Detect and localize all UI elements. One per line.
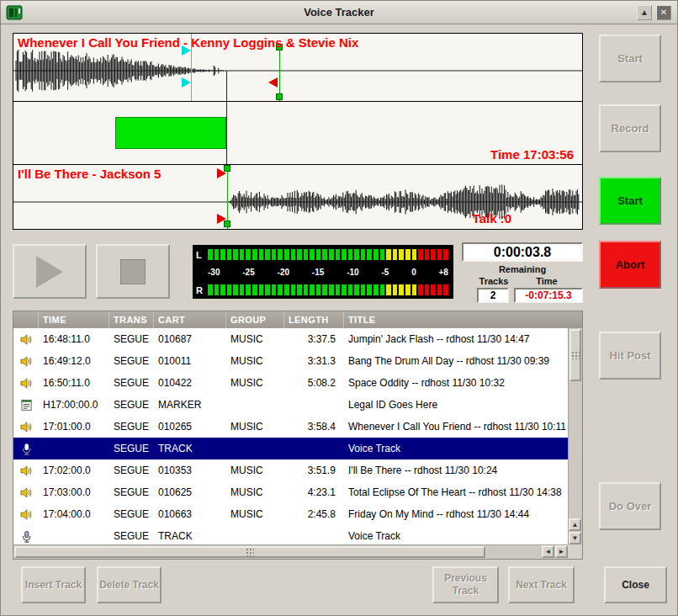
mic-icon — [13, 443, 39, 455]
table-row[interactable]: 17:01:00.0SEGUE010265MUSIC3:58.4Whenever… — [13, 416, 568, 438]
talk-time-label: Talk :0 — [473, 211, 511, 226]
fade-marker-icon[interactable] — [268, 77, 278, 88]
voicetrack-region[interactable] — [115, 117, 226, 149]
stop-icon — [120, 259, 146, 284]
header-title[interactable]: TITLE — [344, 311, 582, 328]
header-group[interactable]: GROUP — [226, 311, 284, 328]
table-row[interactable]: 16:49:12.0SEGUE010011MUSIC3:31.3Bang The… — [13, 350, 568, 372]
hit-post-button[interactable]: Hit Post — [599, 332, 661, 380]
cell-time: 17:03:00.0 — [39, 486, 109, 498]
cell-title: Bang The Drum All Day -- rdhost 11/30 09… — [344, 355, 568, 367]
cell-length: 3:51.9 — [284, 465, 344, 476]
speaker-icon — [13, 421, 39, 433]
cell-group: MUSIC — [226, 508, 284, 520]
delete-track-button[interactable]: Delete Track — [97, 566, 162, 603]
cell-title: I'll Be There -- rdhost 11/30 10:24 — [344, 465, 568, 476]
track1-waveform-lane[interactable]: Whenever I Call You Friend - Kenny Loggi… — [13, 34, 582, 102]
marker-handle-icon[interactable] — [276, 93, 283, 100]
cell-title: Total Eclipse Of The Heart -- rdhost 11/… — [344, 486, 568, 498]
stop-button[interactable] — [96, 244, 170, 299]
table-row[interactable]: 17:03:00.0SEGUE010625MUSIC4:23.1Total Ec… — [13, 481, 568, 503]
cell-title: Space Oddity -- rdhost 11/30 10:32 — [344, 377, 568, 389]
speaker-icon — [13, 486, 39, 499]
start-marker-icon[interactable] — [217, 168, 226, 178]
table-row[interactable]: 17:04:00.0SEGUE010663MUSIC2:45.8Friday O… — [13, 503, 568, 525]
track2-title: I'll Be There - Jackson 5 — [18, 167, 161, 181]
segue-marker-handle-bottom-icon[interactable] — [182, 77, 191, 88]
vertical-scrollbar-thumb[interactable] — [569, 329, 581, 381]
meter-tick: -10 — [347, 268, 358, 277]
cell-length: 3:58.4 — [284, 421, 344, 433]
cell-trans: SEGUE — [109, 421, 154, 433]
abort-button[interactable]: Abort — [599, 241, 661, 289]
remaining-label: Remaining — [462, 264, 583, 274]
audio-meter-panel: L -30-25-20-15-10-50+8 R — [193, 245, 453, 299]
cell-time: 16:49:12.0 — [39, 355, 109, 367]
log-table-header[interactable]: TIME TRANS CART GROUP LENGTH TITLE — [13, 311, 582, 328]
shade-window-icon[interactable]: ▲ — [637, 5, 652, 20]
insert-track-button[interactable]: Insert Track — [21, 566, 86, 603]
previous-track-button[interactable]: Previous Track — [432, 566, 499, 603]
header-icon-col — [13, 311, 39, 328]
remaining-tracks-value: 2 — [477, 288, 509, 303]
voicetrack-lane[interactable]: Time 17:03:56 — [13, 102, 582, 165]
speaker-icon — [13, 377, 39, 390]
meter-tick: 0 — [411, 268, 416, 277]
left-level-meter — [208, 249, 448, 260]
cell-trans: SEGUE — [109, 508, 154, 520]
play-button[interactable] — [13, 244, 87, 299]
table-row[interactable]: SEGUETRACKVoice Track — [13, 438, 568, 459]
log-table-body: 16:48:11.0SEGUE010687MUSIC3:37.5Jumpin' … — [13, 328, 568, 544]
header-cart[interactable]: CART — [154, 311, 226, 328]
cell-cart: 010422 — [154, 377, 226, 389]
cell-length: 5:08.2 — [284, 377, 344, 389]
cell-title: Legal ID Goes Here — [344, 399, 568, 411]
track2-waveform-lane[interactable]: I'll Be There - Jackson 5 Talk :0 — [13, 165, 582, 229]
cell-trans: SEGUE — [109, 530, 154, 542]
scroll-down-icon[interactable]: ▼ — [569, 532, 581, 544]
scroll-left-icon[interactable]: ◄ — [542, 545, 554, 558]
cell-title: Voice Track — [344, 443, 568, 454]
track1-title: Whenever I Call You Friend - Kenny Loggi… — [18, 35, 358, 50]
table-row[interactable]: 16:50:11.0SEGUE010422MUSIC5:08.2Space Od… — [13, 372, 568, 394]
cell-group: MUSIC — [226, 333, 284, 345]
track2-start-marker-line[interactable] — [227, 167, 228, 229]
next-track-button[interactable]: Next Track — [508, 566, 575, 603]
cell-trans: SEGUE — [109, 355, 154, 367]
playhead-line — [226, 71, 227, 101]
meter-scale: -30-25-20-15-10-50+8 — [196, 268, 448, 277]
playhead-line — [226, 102, 227, 164]
left-channel-label: L — [196, 250, 204, 260]
do-over-button[interactable]: Do Over — [599, 482, 661, 530]
horizontal-scrollbar-thumb[interactable] — [14, 546, 485, 558]
scroll-right-icon[interactable]: ► — [555, 545, 568, 558]
table-row[interactable]: H17:00:00.0SEGUEMARKERLegal ID Goes Here — [13, 394, 568, 416]
cell-trans: SEGUE — [109, 443, 154, 454]
scroll-up-icon[interactable]: ▲ — [569, 518, 581, 531]
marker-icon — [13, 399, 39, 412]
start-marker-icon[interactable] — [217, 214, 226, 224]
cell-group: MUSIC — [226, 465, 284, 476]
table-row[interactable]: SEGUETRACKVoice Track — [13, 525, 568, 544]
horizontal-scrollbar[interactable]: ◄ ► — [13, 544, 568, 559]
cell-group: MUSIC — [226, 377, 284, 389]
record-button[interactable]: Record — [599, 104, 661, 152]
header-time[interactable]: TIME — [39, 311, 109, 328]
cell-title: Jumpin' Jack Flash -- rdhost 11/30 14:47 — [344, 333, 568, 345]
cell-title: Friday On My Mind -- rdhost 11/30 14:44 — [344, 508, 568, 520]
close-window-icon[interactable]: ✕ — [656, 5, 671, 20]
header-trans[interactable]: TRANS — [109, 311, 154, 328]
start-track1-button[interactable]: Start — [599, 35, 661, 82]
cell-cart: 010687 — [154, 333, 226, 345]
cell-length: 2:45.8 — [284, 508, 344, 520]
cell-cart: 010011 — [154, 355, 226, 367]
vertical-scrollbar[interactable]: ▲ ▼ — [568, 328, 582, 544]
start-track2-button[interactable]: Start — [599, 177, 661, 225]
cell-trans: SEGUE — [109, 377, 154, 389]
table-row[interactable]: 17:02:00.0SEGUE010353MUSIC3:51.9I'll Be … — [13, 459, 568, 481]
close-button[interactable]: Close — [604, 566, 667, 603]
table-row[interactable]: 16:48:11.0SEGUE010687MUSIC3:37.5Jumpin' … — [13, 328, 568, 350]
cell-cart: MARKER — [154, 399, 226, 411]
titlebar[interactable]: Voice Tracker ▲ ✕ — [1, 1, 677, 24]
header-length[interactable]: LENGTH — [284, 311, 344, 328]
